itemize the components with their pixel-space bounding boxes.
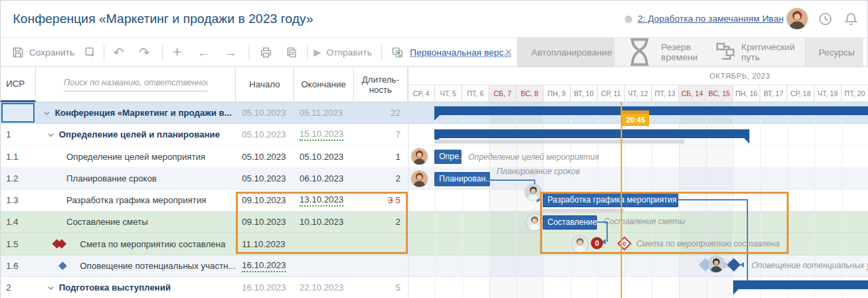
- day-header-cell[interactable]: СР, 4: [408, 85, 435, 102]
- connector-arrow: [739, 262, 744, 268]
- app-window: Конференция «Маркетинг и продажи в 2023 …: [0, 0, 868, 298]
- table-row[interactable]: 1.4 Составление сметы 09.10.2023 10.10.2…: [1, 211, 868, 233]
- day-header-cell[interactable]: СР, 11: [598, 85, 625, 102]
- copy-structure-icon[interactable]: [83, 38, 96, 66]
- gantt-bar-schedule[interactable]: Разработка графика мероприятия: [543, 192, 678, 207]
- critical-path-button[interactable]: Критический путь: [706, 38, 804, 66]
- close-baseline-icon[interactable]: ×: [505, 38, 512, 66]
- avatar: [572, 236, 588, 252]
- gantt-bar-estimate[interactable]: Составление...: [543, 215, 597, 230]
- day-header-cell[interactable]: ЧТ, 19: [814, 85, 842, 102]
- autoplan-button[interactable]: Автопланирование: [517, 38, 621, 66]
- day-header-cell[interactable]: ЧТ, 5: [435, 85, 462, 102]
- old-duration: 3: [388, 195, 393, 205]
- gantt-milestone-label: Оповещение потенциальных уча: [751, 261, 868, 270]
- save-label: Сохранить: [29, 47, 75, 58]
- print-icon[interactable]: [260, 38, 272, 66]
- day-header-cell[interactable]: ВТ, 10: [571, 85, 598, 102]
- bell-icon[interactable]: [843, 11, 859, 27]
- indent-icon[interactable]: →: [224, 38, 237, 66]
- gantt-summary-bar-phase1[interactable]: [434, 129, 749, 138]
- table-gantt-divider[interactable]: [408, 67, 409, 298]
- gantt-day-header[interactable]: СР, 4ЧТ, 5ПТ, 6СБ, 7ВС, 8ПН, 9ВТ, 10СР, …: [408, 85, 868, 102]
- toolbar: Сохранить ↶ ↷ + ← → ▶ Отправить Первонач…: [1, 38, 867, 67]
- save-button[interactable]: Сохранить: [12, 38, 75, 66]
- gantt-month-header: ОКТЯБРЬ, 2023: [408, 67, 868, 85]
- gantt-bar-label: Составление сметы: [604, 217, 685, 226]
- avatar: [708, 256, 724, 272]
- send-label: Отправить: [327, 47, 372, 58]
- day-header-cell[interactable]: СБ, 7: [489, 85, 516, 102]
- workflow-status-link[interactable]: 2: Доработка по замечаниям Ивановс...: [638, 14, 783, 24]
- project-grid: ИСР Поиск по названию, ответственному...…: [1, 67, 868, 298]
- gantt-bar-label: Определение целей мероприятия: [468, 152, 599, 162]
- day-header-cell[interactable]: ВС, 8: [516, 85, 543, 102]
- search-placeholder: Поиск по названию, ответственному...: [64, 78, 207, 91]
- selected-cell-outline: [1, 103, 35, 123]
- current-time-line: [621, 102, 622, 298]
- day-header-cell[interactable]: ЧТ, 12: [625, 85, 652, 102]
- day-header-cell[interactable]: ВТ, 17: [760, 85, 787, 102]
- status-dot-icon: [625, 16, 632, 23]
- play-icon: ▶: [314, 47, 321, 57]
- title-bar: Конференция «Маркетинг и продажи в 2023 …: [1, 1, 867, 38]
- avatar[interactable]: [787, 8, 808, 29]
- copy-icon[interactable]: [285, 38, 298, 66]
- baseline-version-link[interactable]: Первоначальная верс...: [410, 38, 511, 66]
- chevron-down-icon[interactable]: [43, 109, 51, 117]
- chevron-down-icon[interactable]: [47, 284, 55, 292]
- search-input[interactable]: Поиск по названию, ответственному...: [36, 67, 236, 102]
- gantt-baseline-bar: [434, 140, 684, 144]
- deadline-badge: 0: [591, 237, 603, 249]
- gantt-milestone-label: Смета по мероприятию составлена: [636, 239, 779, 249]
- day-header-cell[interactable]: ПТ, 20: [842, 85, 868, 102]
- avatar: [526, 214, 543, 230]
- send-button[interactable]: ▶ Отправить: [314, 38, 372, 66]
- day-header-cell[interactable]: СР, 18: [787, 85, 814, 102]
- redo-icon[interactable]: ↷: [139, 38, 150, 66]
- column-header-duration[interactable]: Длитель-ность: [354, 67, 408, 102]
- day-header-cell[interactable]: ПН, 9: [543, 85, 571, 102]
- resources-button[interactable]: Ресурсы: [804, 38, 863, 66]
- critical-path-icon: [715, 41, 736, 62]
- milestone-passed-icon: [54, 239, 74, 249]
- gantt-summary-bar-phase2[interactable]: [733, 280, 868, 289]
- gantt-bar-goal[interactable]: Опре...: [434, 150, 461, 164]
- gantt-summary-bar-project[interactable]: [434, 106, 868, 115]
- current-time-badge[interactable]: 20:45: [622, 110, 649, 126]
- column-header-end[interactable]: Окончание: [294, 67, 354, 102]
- history-icon[interactable]: [817, 11, 833, 27]
- gantt-bar-label: Планирование сроков: [497, 167, 580, 176]
- avatar: [525, 184, 541, 200]
- time-reserve-button[interactable]: Резерв времени: [615, 38, 707, 66]
- page-title: Конференция «Маркетинг и продажи в 2023 …: [13, 12, 313, 26]
- day-header-cell[interactable]: ПТ, 6: [462, 85, 489, 102]
- baseline-version-icon[interactable]: [391, 38, 404, 66]
- hourglass-icon: [623, 36, 656, 68]
- day-header-cell[interactable]: ПН, 16: [733, 85, 760, 102]
- table-row[interactable]: 1.3 Разработка графика мероприятия 09.10…: [1, 190, 868, 211]
- undo-icon[interactable]: ↶: [113, 38, 124, 66]
- column-header-wbs[interactable]: ИСР: [1, 67, 36, 102]
- avatar: [411, 148, 428, 165]
- add-task-icon[interactable]: +: [173, 38, 182, 66]
- milestone-icon: [58, 261, 67, 270]
- gantt-baseline-bar: [543, 209, 624, 213]
- day-header-cell[interactable]: ПТ, 13: [652, 85, 679, 102]
- chevron-down-icon[interactable]: [47, 131, 55, 139]
- column-header-start[interactable]: Начало: [236, 67, 294, 102]
- day-header-cell[interactable]: СБ, 14: [679, 85, 706, 102]
- outdent-icon[interactable]: ←: [197, 38, 210, 66]
- day-header-cell[interactable]: ВС, 15: [706, 85, 733, 102]
- gantt-bar-plan[interactable]: Планирован...: [434, 172, 490, 186]
- avatar: [411, 171, 428, 187]
